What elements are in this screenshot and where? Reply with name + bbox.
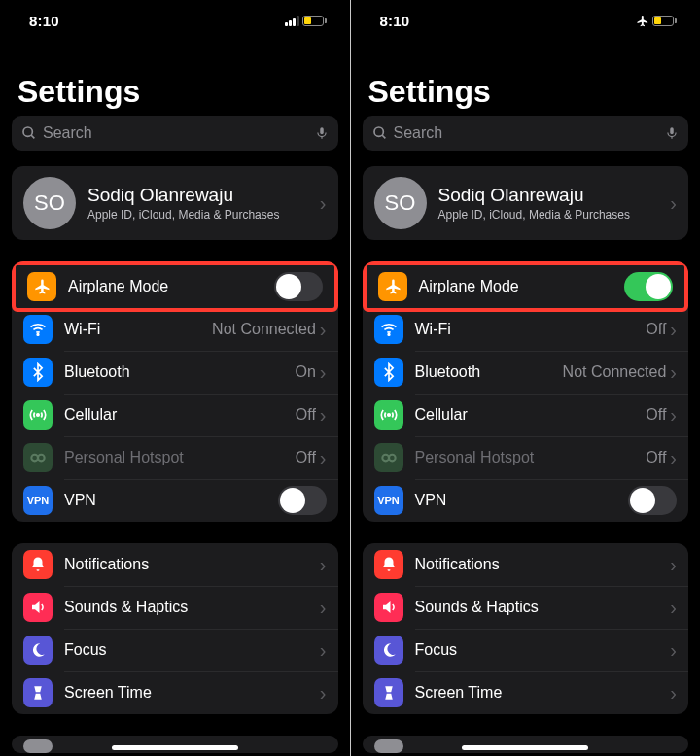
hotspot-label: Personal Hotspot: [415, 449, 647, 466]
airplane-status-icon: [635, 14, 649, 28]
sounds-row[interactable]: Sounds & Haptics ›: [12, 586, 338, 629]
bluetooth-icon: [374, 358, 403, 387]
focus-row[interactable]: Focus ›: [12, 629, 338, 671]
mic-icon[interactable]: [665, 124, 679, 142]
chevron-right-icon: ›: [670, 682, 677, 704]
chevron-right-icon: ›: [320, 682, 327, 704]
status-time: 8:10: [29, 13, 59, 29]
bluetooth-label: Bluetooth: [64, 363, 295, 381]
svg-point-12: [388, 334, 390, 336]
screentime-label: Screen Time: [64, 684, 320, 702]
sounds-icon: [23, 593, 52, 622]
bluetooth-row[interactable]: Bluetooth On ›: [12, 351, 338, 394]
screentime-label: Screen Time: [415, 684, 671, 702]
bluetooth-row[interactable]: Bluetooth Not Connected ›: [363, 351, 689, 394]
page-title: Settings: [368, 74, 689, 110]
screentime-icon: [23, 678, 52, 707]
chevron-right-icon: ›: [320, 404, 327, 427]
battery-icon: [302, 16, 327, 26]
svg-point-7: [38, 455, 45, 462]
hotspot-label: Personal Hotspot: [64, 449, 296, 466]
cellular-status: Off: [296, 406, 316, 424]
chevron-right-icon: ›: [320, 597, 327, 619]
vpn-row[interactable]: VPN VPN: [12, 479, 338, 522]
avatar: SO: [374, 177, 427, 229]
airplane-mode-switch[interactable]: [274, 272, 323, 301]
profile-row[interactable]: SO Sodiq Olanrewaju Apple ID, iCloud, Me…: [363, 166, 689, 240]
screentime-row[interactable]: Screen Time ›: [363, 671, 689, 714]
svg-point-13: [387, 414, 390, 417]
airplane-icon: [378, 272, 407, 301]
wifi-row[interactable]: Wi-Fi Not Connected ›: [12, 308, 338, 351]
screen-right: 8:10 Settings Search SO Sodiq Olanrewaju…: [351, 0, 701, 756]
status-bar: 8:10: [351, 0, 701, 41]
cellular-row[interactable]: Cellular Off ›: [363, 394, 689, 436]
screen-left: 8:10 Settings Search SO Sodiq Olanrewaju…: [0, 0, 350, 756]
chevron-right-icon: ›: [320, 447, 327, 469]
focus-label: Focus: [415, 641, 671, 659]
airplane-mode-label: Airplane Mode: [419, 278, 625, 295]
home-indicator[interactable]: [112, 745, 238, 750]
profile-subtitle: Apple ID, iCloud, Media & Purchases: [438, 208, 671, 222]
profile-row[interactable]: SO Sodiq Olanrewaju Apple ID, iCloud, Me…: [12, 166, 338, 240]
battery-icon: [652, 16, 677, 26]
cellular-icon: [23, 400, 52, 430]
vpn-icon: VPN: [23, 486, 52, 515]
wifi-row[interactable]: Wi-Fi Off ›: [363, 308, 689, 351]
svg-rect-10: [670, 127, 674, 134]
svg-point-4: [37, 334, 39, 336]
status-icons: [635, 14, 677, 28]
airplane-mode-switch[interactable]: [624, 272, 673, 301]
focus-label: Focus: [64, 641, 320, 659]
highlight-box: Airplane Mode: [12, 261, 338, 312]
svg-line-9: [382, 135, 385, 138]
airplane-mode-label: Airplane Mode: [68, 278, 274, 295]
chevron-right-icon: ›: [670, 597, 677, 619]
next-group-peek: [363, 736, 689, 753]
bluetooth-label: Bluetooth: [415, 363, 563, 381]
connectivity-group: Airplane Mode Wi-Fi Off › Bluetooth Not …: [363, 261, 689, 522]
vpn-label: VPN: [415, 492, 629, 509]
notifications-label: Notifications: [415, 556, 671, 573]
cellular-row[interactable]: Cellular Off ›: [12, 394, 338, 436]
page-title: Settings: [18, 74, 338, 110]
chevron-right-icon: ›: [670, 554, 677, 576]
wifi-status: Not Connected: [212, 321, 316, 338]
profile-name: Sodiq Olanrewaju: [88, 185, 320, 206]
home-indicator[interactable]: [462, 745, 588, 750]
airplane-mode-row[interactable]: Airplane Mode: [367, 265, 685, 308]
sounds-row[interactable]: Sounds & Haptics ›: [363, 586, 689, 629]
chevron-right-icon: ›: [670, 404, 677, 427]
bluetooth-status: Not Connected: [563, 363, 667, 381]
focus-row[interactable]: Focus ›: [363, 629, 689, 671]
cellular-status: Off: [646, 406, 666, 424]
next-group-peek: [12, 736, 338, 753]
vpn-row[interactable]: VPN VPN: [363, 479, 689, 522]
chevron-right-icon: ›: [670, 447, 677, 469]
notifications-row[interactable]: Notifications ›: [12, 543, 338, 586]
hotspot-row[interactable]: Personal Hotspot Off ›: [12, 436, 338, 479]
chevron-right-icon: ›: [320, 319, 327, 341]
mic-icon[interactable]: [315, 124, 329, 142]
notifications-row[interactable]: Notifications ›: [363, 543, 689, 586]
cellular-icon: [374, 400, 403, 430]
search-input[interactable]: Search: [12, 116, 338, 151]
svg-point-15: [389, 455, 396, 462]
search-icon: [372, 125, 388, 141]
airplane-mode-row[interactable]: Airplane Mode: [16, 265, 334, 308]
sounds-label: Sounds & Haptics: [64, 599, 320, 616]
general-icon: [23, 739, 52, 753]
profile-group: SO Sodiq Olanrewaju Apple ID, iCloud, Me…: [363, 166, 689, 240]
avatar: SO: [23, 177, 76, 229]
screentime-icon: [374, 678, 403, 707]
screentime-row[interactable]: Screen Time ›: [12, 671, 338, 714]
status-time: 8:10: [380, 13, 410, 29]
bluetooth-status: On: [295, 363, 315, 381]
vpn-switch[interactable]: [628, 486, 677, 515]
search-input[interactable]: Search: [363, 116, 689, 151]
general-icon: [374, 739, 403, 753]
vpn-switch[interactable]: [278, 486, 327, 515]
sounds-icon: [374, 593, 403, 622]
hotspot-row[interactable]: Personal Hotspot Off ›: [363, 436, 689, 479]
wifi-status: Off: [646, 321, 666, 338]
